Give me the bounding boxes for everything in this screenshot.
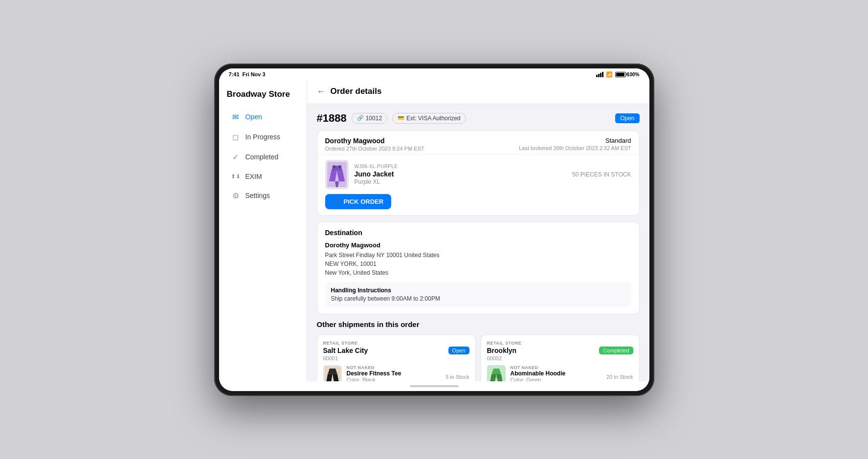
card-icon: 💳 <box>398 115 404 121</box>
shipment-prod-color-0: Color: Black <box>347 377 441 381</box>
product-variant: Purple XL <box>355 178 567 185</box>
destination-card: Destination Dorothy Magwood Park Street … <box>317 221 640 314</box>
shipment-brand-0: NOT NAKED <box>347 365 441 370</box>
shipment-header-1: Brooklyn Completed <box>487 347 633 354</box>
order-card: Dorothy Magwood Ordered 27th October 202… <box>317 131 640 216</box>
pick-btn-row: 👤 PICK ORDER <box>317 194 639 215</box>
completed-icon: ✓ <box>231 153 241 162</box>
shipment-card-1[interactable]: RETAIL STORE Brooklyn Completed 00002 <box>481 334 640 381</box>
shipment-store-label-0: RETAIL STORE <box>323 341 469 346</box>
destination-title: Destination <box>325 229 631 237</box>
handling-section: Handling Instructions Ship carefully bet… <box>325 282 631 307</box>
other-shipments-section: Other shipments in this order <box>317 320 640 328</box>
date-display: Fri Nov 3 <box>243 71 266 77</box>
sidebar-item-completed[interactable]: ✓ Completed <box>223 148 303 167</box>
home-indicator <box>410 385 459 387</box>
sidebar-item-open[interactable]: ✉ Open <box>223 108 303 127</box>
battery-indicator: 100% <box>615 72 640 77</box>
product-image <box>325 160 349 189</box>
shipment-status-1: Completed <box>599 347 633 354</box>
brokered-date: Last brokered 28th October 2023 2:32 AM … <box>519 145 631 151</box>
svg-point-1 <box>333 165 335 168</box>
shipment-stock-1: 20 in Stock <box>606 374 633 380</box>
shipment-product-details-1: NOT NAKED Abominable Hoodie Color: Green… <box>511 365 602 381</box>
status-bar: 7:41 Fri Nov 3 📶 100% <box>219 68 649 80</box>
shipment-product-row-0: NOT NAKED Desiree Fitness Tee Color: Bla… <box>323 365 469 381</box>
sidebar-item-label-completed: Completed <box>245 153 279 161</box>
svg-rect-5 <box>491 374 501 378</box>
shipment-product-img-0 <box>323 365 342 381</box>
content-area: ← Order details #1888 🔗 10012 💳 <box>307 80 649 381</box>
dest-address: Park Street Findlay NY 10001 United Stat… <box>325 251 631 277</box>
shipment-stock-0: 5 in Stock <box>445 374 469 380</box>
product-row: WJ06-XL-PURPLE Juno Jacket Purple XL 50 … <box>317 155 639 194</box>
order-details-title: Order details <box>331 87 382 96</box>
person-icon: 👤 <box>333 198 341 205</box>
pick-order-button[interactable]: 👤 PICK ORDER <box>325 194 392 209</box>
shipment-prod-name-0: Desiree Fitness Tee <box>347 370 441 377</box>
shipment-store-id-0: 00001 <box>323 355 469 361</box>
shipments-grid: RETAIL STORE Salt Lake City Open 00001 <box>317 334 640 381</box>
shipping-info: Standard Last brokered 28th October 2023… <box>519 137 631 152</box>
shipment-store-label-1: RETAIL STORE <box>487 341 633 346</box>
order-tag: 🔗 10012 <box>352 113 387 124</box>
home-indicator-bar <box>219 381 649 391</box>
svg-point-2 <box>338 165 341 168</box>
stock-info: 50 PIECES IN STOCK <box>572 171 631 178</box>
shipment-prod-color-1: Color: Green <box>511 377 602 381</box>
order-date: Ordered 27th October 2023 9:24 PM EST <box>325 146 424 152</box>
tablet-frame: 7:41 Fri Nov 3 📶 100% <box>214 64 654 396</box>
product-name: Juno Jacket <box>355 170 567 178</box>
sidebar-item-in-progress[interactable]: ◻ In Progress <box>223 128 303 147</box>
shipment-card-0[interactable]: RETAIL STORE Salt Lake City Open 00001 <box>317 334 476 381</box>
sidebar-item-exim[interactable]: ⬆⬇ EXIM <box>223 168 303 185</box>
shipment-store-name-0: Salt Lake City <box>323 347 368 354</box>
in-progress-icon: ◻ <box>231 132 241 142</box>
tag-id: 10012 <box>366 115 382 122</box>
handling-text: Ship carefully between 9:00AM to 2:00PM <box>331 295 625 302</box>
handling-title: Handling Instructions <box>331 287 625 294</box>
order-customer-row: Dorothy Magwood Ordered 27th October 202… <box>317 131 639 155</box>
sidebar-item-label-exim: EXIM <box>245 173 262 180</box>
time-display: 7:41 <box>229 71 240 77</box>
shipment-brand-1: NOT NAKED <box>511 365 602 370</box>
shipment-prod-name-1: Abominable Hoodie <box>511 370 602 377</box>
back-button[interactable]: ← <box>317 87 326 97</box>
sidebar-item-label-in-progress: In Progress <box>245 133 281 141</box>
order-content: #1888 🔗 10012 💳 Ext: VISA Authorized Ope… <box>307 104 649 381</box>
sidebar: Broadway Store ✉ Open ◻ In Progress ✓ Co… <box>219 80 307 381</box>
shipment-product-img-1 <box>487 365 506 381</box>
open-icon: ✉ <box>231 112 241 122</box>
shipment-status-0: Open <box>448 347 469 354</box>
shipment-header-0: Salt Lake City Open <box>323 347 469 354</box>
sidebar-item-settings[interactable]: ⚙ Settings <box>223 186 303 205</box>
shipment-product-details-0: NOT NAKED Desiree Fitness Tee Color: Bla… <box>347 365 441 381</box>
dest-recipient-name: Dorothy Magwood <box>325 241 631 249</box>
link-icon: 🔗 <box>357 115 364 121</box>
store-title: Broadway Store <box>219 84 307 107</box>
ext-tag: 💳 Ext: VISA Authorized <box>392 113 466 124</box>
status-badge-open: Open <box>615 113 639 123</box>
ext-tag-text: Ext: VISA Authorized <box>406 115 461 122</box>
customer-info: Dorothy Magwood Ordered 27th October 202… <box>325 137 424 152</box>
wifi-icon: 📶 <box>606 71 613 78</box>
signal-bars <box>596 72 603 77</box>
order-number: #1888 <box>317 112 347 125</box>
settings-icon: ⚙ <box>231 191 241 200</box>
product-sku: WJ06-XL-PURPLE <box>355 164 567 169</box>
product-details: WJ06-XL-PURPLE Juno Jacket Purple XL <box>355 164 567 185</box>
other-shipments-title: Other shipments in this order <box>317 320 640 328</box>
shipment-product-row-1: NOT NAKED Abominable Hoodie Color: Green… <box>487 365 633 381</box>
sidebar-item-label-open: Open <box>245 113 262 121</box>
order-title-row: #1888 🔗 10012 💳 Ext: VISA Authorized Ope… <box>317 112 640 125</box>
order-header: ← Order details <box>307 80 649 104</box>
exim-icon: ⬆⬇ <box>231 173 241 180</box>
shipment-store-id-1: 00002 <box>487 355 633 361</box>
shipment-store-name-1: Brooklyn <box>487 347 517 354</box>
shipping-type: Standard <box>519 137 631 144</box>
customer-name: Dorothy Magwood <box>325 137 424 145</box>
tablet-screen: 7:41 Fri Nov 3 📶 100% <box>219 68 649 391</box>
sidebar-item-label-settings: Settings <box>245 192 270 199</box>
app-body: Broadway Store ✉ Open ◻ In Progress ✓ Co… <box>219 80 649 381</box>
